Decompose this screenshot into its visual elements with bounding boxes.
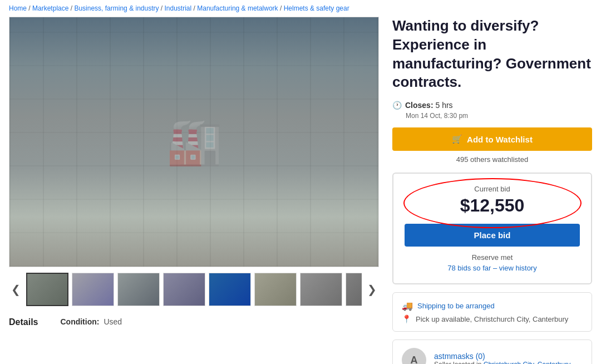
closes-time: 5 hrs xyxy=(435,101,452,110)
thumbnail-1[interactable] xyxy=(26,273,68,306)
next-arrow[interactable]: ❯ xyxy=(365,281,379,298)
breadcrumb-business[interactable]: Business, farming & industry xyxy=(74,4,159,12)
closes-date: Mon 14 Oct, 8:30 pm xyxy=(406,112,592,120)
breadcrumb-marketplace[interactable]: Marketplace xyxy=(32,4,68,12)
current-bid-amount: $12,550 xyxy=(405,195,580,216)
breadcrumb-home[interactable]: Home xyxy=(9,4,27,12)
thumbnail-3[interactable] xyxy=(117,273,160,306)
right-column: Wanting to diversify? Experience in manu… xyxy=(392,17,592,364)
thumbnail-4[interactable] xyxy=(163,273,205,306)
thumbnail-list xyxy=(26,273,362,306)
shipping-box: 🚚 Shipping to be arranged 📍 Pick up avai… xyxy=(392,292,592,332)
watchlist-button[interactable]: 🛒 Add to Watchlist xyxy=(392,127,592,151)
breadcrumb: Home / Marketplace / Business, farming &… xyxy=(0,0,601,17)
thumbnail-8[interactable] xyxy=(346,273,362,306)
seller-name-link[interactable]: astmmasks (0) xyxy=(434,352,485,361)
seller-location-prefix: Seller located in xyxy=(434,361,481,364)
shipping-row: 🚚 Shipping to be arranged xyxy=(402,301,583,311)
clock-icon: 🕐 xyxy=(392,101,402,110)
factory-image xyxy=(9,17,378,267)
thumbnail-6[interactable] xyxy=(254,273,297,306)
thumbnail-5[interactable] xyxy=(209,273,251,306)
seller-box: A astmmasks (0) Seller located in Christ… xyxy=(392,340,592,364)
bid-history-link[interactable]: 78 bids so far – view history xyxy=(405,264,580,272)
current-bid-label: Current bid xyxy=(405,185,580,193)
watchlist-icon: 🛒 xyxy=(452,134,462,144)
details-section: Details Condition: Used xyxy=(9,317,379,327)
listing-title: Wanting to diversify? Experience in manu… xyxy=(392,17,592,92)
pickup-row: 📍 Pick up available, Christchurch City, … xyxy=(402,314,583,323)
seller-info: astmmasks (0) Seller located in Christch… xyxy=(434,352,570,364)
shipping-text: Shipping to be arranged xyxy=(417,302,495,310)
pin-icon: 📍 xyxy=(402,314,411,323)
condition-label: Condition: xyxy=(60,317,99,326)
reserve-met: Reserve met xyxy=(405,253,580,262)
seller-location-link[interactable]: Christchurch City, Canterbury xyxy=(484,361,571,364)
main-layout: ❮ ❯ Details Condition: Used Wa xyxy=(0,17,601,364)
watchlist-button-label: Add to Watchlist xyxy=(467,135,533,144)
details-label: Details xyxy=(9,317,38,327)
watchlist-count: 495 others watchlisted xyxy=(392,155,592,164)
thumbnail-2[interactable] xyxy=(72,273,114,306)
prev-arrow[interactable]: ❮ xyxy=(9,281,23,298)
place-bid-button[interactable]: Place bid xyxy=(405,224,580,247)
closes-row: 🕐 Closes: 5 hrs xyxy=(392,101,592,110)
seller-location: Seller located in Christchurch City, Can… xyxy=(434,361,570,364)
thumbnail-7[interactable] xyxy=(300,273,342,306)
condition-value: Used xyxy=(104,317,122,326)
breadcrumb-helmets[interactable]: Helmets & safety gear xyxy=(284,4,349,12)
truck-icon: 🚚 xyxy=(402,301,413,311)
bid-box: Current bid $12,550 Place bid Reserve me… xyxy=(392,173,592,284)
closes-label: Closes: xyxy=(405,101,433,110)
breadcrumb-manufacturing[interactable]: Manufacturing & metalwork xyxy=(197,4,278,12)
breadcrumb-industrial[interactable]: Industrial xyxy=(165,4,192,12)
left-column: ❮ ❯ Details Condition: Used xyxy=(9,17,379,364)
pickup-text: Pick up available, Christchurch City, Ca… xyxy=(416,315,568,323)
seller-avatar: A xyxy=(402,348,426,364)
main-image[interactable] xyxy=(9,17,379,267)
condition-row: Condition: Used xyxy=(60,317,122,326)
closes-text: Closes: 5 hrs xyxy=(405,101,453,110)
thumbnails-row: ❮ ❯ xyxy=(9,273,379,306)
